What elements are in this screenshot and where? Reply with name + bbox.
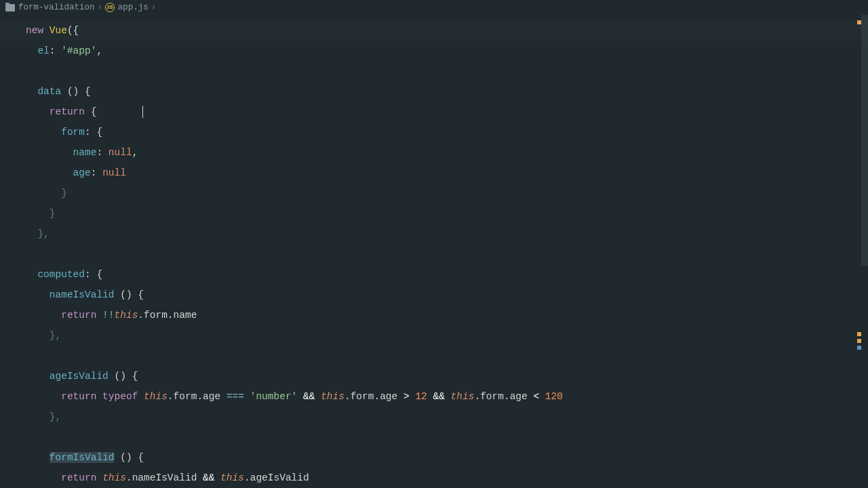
overview-marker xyxy=(857,20,861,24)
code-line[interactable]: el: '#app', xyxy=(26,41,868,61)
code-line[interactable]: return this.nameIsValid && this.ageIsVal… xyxy=(26,468,868,488)
code-line[interactable]: age: null xyxy=(26,163,868,183)
code-line[interactable] xyxy=(26,427,868,447)
code-line[interactable]: return { xyxy=(26,102,868,122)
code-line[interactable]: name: null, xyxy=(26,142,868,163)
overview-marker xyxy=(857,339,861,343)
code-line[interactable] xyxy=(26,61,868,81)
code-line[interactable]: nameIsValid () { xyxy=(26,285,868,305)
overview-marker xyxy=(857,346,861,350)
code-line[interactable]: } xyxy=(26,183,868,203)
code-line[interactable]: return !!this.form.name xyxy=(26,305,868,325)
code-line[interactable]: form: { xyxy=(26,122,868,142)
code-line[interactable]: return typeof this.form.age === 'number'… xyxy=(26,386,868,407)
highlighted-symbol: formIsValid xyxy=(50,452,115,463)
code-line[interactable] xyxy=(26,244,868,264)
text-caret xyxy=(142,106,143,118)
code-line[interactable]: data () { xyxy=(26,81,868,102)
code-editor[interactable]: new Vue({ el: '#app', data () { return {… xyxy=(0,15,868,488)
code-line[interactable]: new Vue({ xyxy=(26,20,868,41)
code-line[interactable] xyxy=(26,346,868,366)
code-line[interactable]: formIsValid () { xyxy=(26,447,868,468)
js-icon: JS xyxy=(105,3,115,12)
code-line[interactable]: }, xyxy=(26,325,868,346)
overview-ruler[interactable] xyxy=(857,15,861,483)
breadcrumb-bar[interactable]: form-validation › JS app.js › xyxy=(0,0,868,15)
code-line[interactable]: }, xyxy=(26,407,868,427)
code-line[interactable]: ageIsValid () { xyxy=(26,366,868,386)
code-line[interactable]: } xyxy=(26,203,868,224)
code-line[interactable]: }, xyxy=(26,224,868,244)
overview-marker xyxy=(857,332,861,336)
scrollbar-thumb[interactable] xyxy=(861,15,868,266)
code-line[interactable]: computed: { xyxy=(26,264,868,285)
vertical-scrollbar[interactable] xyxy=(861,15,868,488)
folder-icon xyxy=(5,4,15,12)
